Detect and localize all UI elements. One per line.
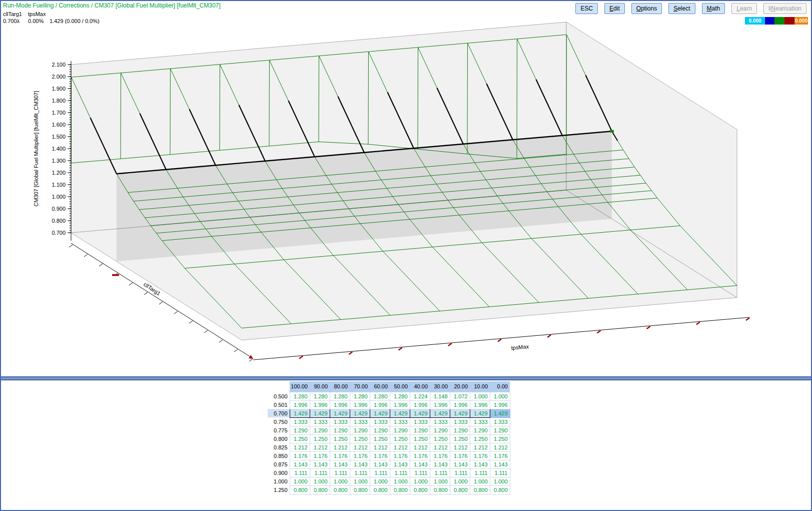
table-cell[interactable]: 1.290 xyxy=(290,426,310,434)
table-cell[interactable]: 1.111 xyxy=(430,468,450,477)
table-cell[interactable]: 1.000 xyxy=(470,392,490,400)
table-cell[interactable]: 1.996 xyxy=(470,400,490,409)
table-cell[interactable]: 1.000 xyxy=(430,477,450,485)
table-cell[interactable]: 1.000 xyxy=(410,477,430,485)
table-cell[interactable]: 1.996 xyxy=(370,400,390,409)
table-cell[interactable]: 1.000 xyxy=(490,477,510,485)
table-cell[interactable]: 1.111 xyxy=(490,468,510,477)
table-cell[interactable]: 1.429 xyxy=(390,409,410,417)
table-cell[interactable]: 1.333 xyxy=(410,417,430,426)
table-cell[interactable]: 1.250 xyxy=(450,434,470,443)
table-cell[interactable]: 1.143 xyxy=(350,460,370,468)
table-cell[interactable]: 1.176 xyxy=(410,451,430,460)
table-cell[interactable]: 1.111 xyxy=(410,468,430,477)
table-cell[interactable]: 1.212 xyxy=(490,443,510,451)
table-cell[interactable]: 1.000 xyxy=(450,477,470,485)
table-cell[interactable]: 1.996 xyxy=(330,400,350,409)
table-cell[interactable]: 1.111 xyxy=(290,468,310,477)
table-cell[interactable]: 1.280 xyxy=(290,392,310,400)
table-cell[interactable]: 1.176 xyxy=(470,451,490,460)
table-cell[interactable]: 1.143 xyxy=(410,460,430,468)
table-cell[interactable]: 1.333 xyxy=(330,417,350,426)
table-cell[interactable]: 1.000 xyxy=(310,477,330,485)
table-cell[interactable]: 1.996 xyxy=(490,400,510,409)
table-cell[interactable]: 0.800 xyxy=(450,485,470,494)
table-cell[interactable]: 1.290 xyxy=(450,426,470,434)
table-cell[interactable]: 1.176 xyxy=(290,451,310,460)
table-cell[interactable]: 1.333 xyxy=(350,417,370,426)
table-cell[interactable]: 0.800 xyxy=(290,485,310,494)
table-cell[interactable]: 1.143 xyxy=(370,460,390,468)
table-cell[interactable]: 1.212 xyxy=(450,443,470,451)
table-cell[interactable]: 1.143 xyxy=(290,460,310,468)
table-cell[interactable]: 1.000 xyxy=(490,392,510,400)
table-cell[interactable]: 1.176 xyxy=(310,451,330,460)
table-cell[interactable]: 1.000 xyxy=(330,477,350,485)
table-cell[interactable]: 1.290 xyxy=(470,426,490,434)
options-button[interactable]: Options xyxy=(631,3,662,14)
table-cell[interactable]: 1.996 xyxy=(430,400,450,409)
table-cell[interactable]: 1.111 xyxy=(390,468,410,477)
table-cell[interactable]: 1.996 xyxy=(450,400,470,409)
table-cell[interactable]: 1.111 xyxy=(330,468,350,477)
edit-button[interactable]: Edit xyxy=(604,3,625,14)
table-cell[interactable]: 1.212 xyxy=(430,443,450,451)
table-cell[interactable]: 1.143 xyxy=(450,460,470,468)
table-cell[interactable]: 1.176 xyxy=(370,451,390,460)
table-cell[interactable]: 1.143 xyxy=(490,460,510,468)
table-cell[interactable]: 1.333 xyxy=(390,417,410,426)
table-cell[interactable]: 1.250 xyxy=(470,434,490,443)
table-cell[interactable]: 1.250 xyxy=(330,434,350,443)
table-cell[interactable]: 1.429 xyxy=(290,409,310,417)
table-cell[interactable]: 1.212 xyxy=(310,443,330,451)
table-cell[interactable]: 1.224 xyxy=(410,392,430,400)
table-cell[interactable]: 0.800 xyxy=(310,485,330,494)
table-cell[interactable]: 1.333 xyxy=(430,417,450,426)
table-cell[interactable]: 1.000 xyxy=(370,477,390,485)
table-cell[interactable]: 1.000 xyxy=(390,477,410,485)
table-cell[interactable]: 1.212 xyxy=(470,443,490,451)
table-cell[interactable]: 0.800 xyxy=(410,485,430,494)
table-cell[interactable]: 0.800 xyxy=(390,485,410,494)
table-cell[interactable]: 1.212 xyxy=(370,443,390,451)
table-cell[interactable]: 1.111 xyxy=(370,468,390,477)
table-cell[interactable]: 1.176 xyxy=(490,451,510,460)
table-cell[interactable]: 1.250 xyxy=(410,434,430,443)
table-cell[interactable]: 1.250 xyxy=(370,434,390,443)
table-cell[interactable]: 1.280 xyxy=(370,392,390,400)
table-cell[interactable]: 0.800 xyxy=(370,485,390,494)
table-cell[interactable]: 1.429 xyxy=(430,409,450,417)
table-cell[interactable]: 1.143 xyxy=(470,460,490,468)
table-cell[interactable]: 1.996 xyxy=(290,400,310,409)
table-cell[interactable]: 1.212 xyxy=(390,443,410,451)
table-cell[interactable]: 1.333 xyxy=(450,417,470,426)
table-cell[interactable]: 1.290 xyxy=(370,426,390,434)
table-cell[interactable]: 1.250 xyxy=(490,434,510,443)
table-cell[interactable]: 1.176 xyxy=(330,451,350,460)
table-cell[interactable]: 1.290 xyxy=(330,426,350,434)
table-cell[interactable]: 1.429 xyxy=(310,409,330,417)
table-cell[interactable]: 1.250 xyxy=(290,434,310,443)
table-cell[interactable]: 1.250 xyxy=(350,434,370,443)
math-button[interactable]: Math xyxy=(702,3,725,14)
table-cell[interactable]: 1.333 xyxy=(370,417,390,426)
table-cell[interactable]: 1.290 xyxy=(310,426,330,434)
table-cell[interactable]: 1.429 xyxy=(410,409,430,417)
table-cell[interactable]: 0.800 xyxy=(490,485,510,494)
select-button[interactable]: Select xyxy=(668,3,695,14)
table-cell[interactable]: 1.111 xyxy=(470,468,490,477)
table-cell[interactable]: 1.290 xyxy=(490,426,510,434)
table-cell[interactable]: 1.143 xyxy=(390,460,410,468)
table-cell[interactable]: 1.290 xyxy=(350,426,370,434)
table-cell[interactable]: 1.996 xyxy=(390,400,410,409)
table-cell[interactable]: 1.333 xyxy=(490,417,510,426)
esc-button[interactable]: ESC xyxy=(575,3,598,14)
table-cell[interactable]: 1.212 xyxy=(290,443,310,451)
table-cell[interactable]: 1.111 xyxy=(450,468,470,477)
splitter-bar[interactable] xyxy=(1,376,811,380)
table-cell[interactable]: 1.290 xyxy=(390,426,410,434)
table-cell[interactable]: 1.000 xyxy=(350,477,370,485)
table-cell[interactable]: 0.800 xyxy=(430,485,450,494)
table-cell[interactable]: 1.176 xyxy=(390,451,410,460)
table-cell[interactable]: 1.176 xyxy=(430,451,450,460)
